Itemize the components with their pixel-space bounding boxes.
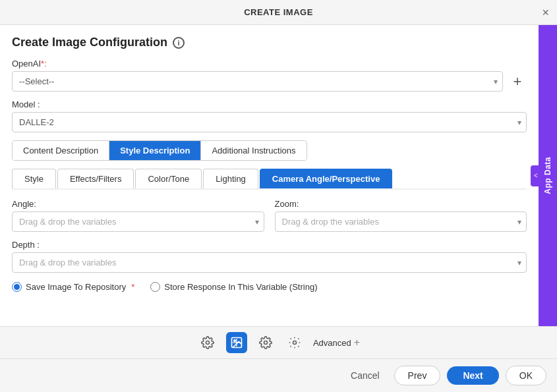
tab-content-description[interactable]: Content Description: [13, 141, 109, 160]
info-icon[interactable]: i: [173, 37, 185, 49]
sub-tabs: Style Effects/Filters Color/Tone Lightin…: [12, 169, 527, 190]
openai-field-row: OpenAI*: --Select-- ▾ +: [12, 59, 527, 92]
page-title: Create Image Configuration: [12, 36, 167, 49]
main-content: Create Image Configuration i OpenAI*: --…: [0, 25, 557, 326]
title-bar: CREATE IMAGE ×: [0, 0, 557, 25]
depth-field-row: Depth : Drag & drop the variables ▾: [12, 240, 527, 273]
sub-tab-lighting[interactable]: Lighting: [203, 169, 258, 188]
radio-row: Save Image To Repository * Store Respons…: [12, 282, 527, 292]
radio-save-image[interactable]: Save Image To Repository *: [12, 282, 134, 292]
prev-button[interactable]: Prev: [394, 366, 441, 385]
svg-point-6: [293, 341, 296, 345]
model-label: Model :: [12, 99, 527, 109]
openai-label: OpenAI*:: [12, 59, 527, 69]
angle-label: Angle:: [12, 199, 264, 209]
toolbar-gear-icon-2[interactable]: [255, 332, 276, 353]
depth-dropdown: Drag & drop the variables ▾: [12, 252, 527, 273]
page-title-row: Create Image Configuration i: [12, 36, 527, 49]
sub-tab-camera[interactable]: Camera Angle/Perspective: [260, 169, 393, 188]
angle-field-group: Angle: Drag & drop the variables ▾: [12, 199, 264, 232]
angle-select[interactable]: Drag & drop the variables: [12, 211, 264, 232]
openai-add-button[interactable]: +: [508, 72, 527, 91]
next-button[interactable]: Next: [447, 366, 498, 385]
zoom-select[interactable]: Drag & drop the variables: [275, 211, 527, 232]
app-data-sidebar[interactable]: < App Data: [539, 25, 557, 326]
sub-tab-style[interactable]: Style: [12, 169, 56, 188]
cancel-button[interactable]: Cancel: [343, 366, 388, 385]
toolbar-settings-icon[interactable]: [284, 332, 305, 353]
zoom-label: Zoom:: [275, 199, 527, 209]
toolbar-image-icon[interactable]: [226, 332, 247, 353]
svg-point-2: [234, 340, 236, 342]
app-data-chevron[interactable]: <: [531, 165, 541, 186]
radio-save-image-input[interactable]: [12, 282, 22, 292]
main-tabs: Content Description Style Description Ad…: [12, 140, 307, 161]
zoom-field-group: Zoom: Drag & drop the variables ▾: [275, 199, 527, 232]
model-select-wrapper: DALLE-2 ▾: [12, 112, 527, 132]
model-select[interactable]: DALLE-2: [12, 112, 527, 132]
tab-style-description[interactable]: Style Description: [109, 141, 201, 160]
modal-title: CREATE IMAGE: [244, 7, 313, 17]
radio-store-response[interactable]: Store Response In This Variable (String): [150, 282, 317, 292]
svg-point-0: [206, 341, 209, 345]
bottom-toolbar: Advanced +: [0, 326, 557, 358]
angle-zoom-grid: Angle: Drag & drop the variables ▾ Zoom:…: [12, 199, 527, 232]
model-field-row: Model : DALLE-2 ▾: [12, 99, 527, 132]
openai-select-wrapper: --Select-- ▾: [12, 71, 503, 92]
left-panel: Create Image Configuration i OpenAI*: --…: [0, 25, 539, 326]
depth-select[interactable]: Drag & drop the variables: [12, 252, 527, 273]
close-button[interactable]: ×: [542, 7, 549, 18]
depth-label: Depth :: [12, 240, 527, 250]
app-data-label: App Data: [543, 157, 552, 194]
openai-select-row: --Select-- ▾ +: [12, 71, 527, 92]
sub-tab-color[interactable]: Color/Tone: [135, 169, 202, 188]
sub-tab-effects[interactable]: Effects/Filters: [57, 169, 134, 188]
svg-point-5: [264, 341, 267, 345]
radio-store-response-input[interactable]: [150, 282, 160, 292]
openai-select[interactable]: --Select--: [12, 71, 503, 92]
footer-buttons: Cancel Prev Next OK: [0, 358, 557, 392]
angle-dropdown: Drag & drop the variables ▾: [12, 211, 264, 232]
zoom-dropdown: Drag & drop the variables ▾: [275, 211, 527, 232]
tab-additional-instructions[interactable]: Additional Instructions: [201, 141, 306, 160]
toolbar-gear-icon-1[interactable]: [197, 332, 218, 353]
advanced-button[interactable]: Advanced +: [313, 337, 360, 349]
ok-button[interactable]: OK: [506, 366, 546, 385]
